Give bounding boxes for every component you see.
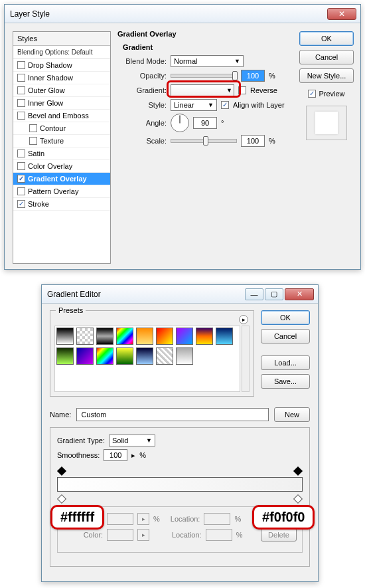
style-row-gradient-overlay[interactable]: Gradient Overlay (13, 173, 110, 185)
style-checkbox[interactable] (17, 162, 25, 170)
preset-swatch[interactable] (76, 347, 94, 365)
style-label: Bevel and Emboss (28, 112, 89, 120)
close-icon[interactable]: ✕ (285, 288, 314, 300)
preset-swatch[interactable] (56, 347, 74, 365)
new-style-button[interactable]: New Style... (299, 68, 354, 83)
layer-style-titlebar[interactable]: Layer Style ✕ (5, 5, 360, 23)
smoothness-value[interactable]: 100 (104, 449, 127, 461)
style-checkbox[interactable] (17, 74, 25, 82)
preset-swatch[interactable] (156, 347, 173, 365)
gradient-style-select[interactable]: Linear ▼ (171, 99, 217, 111)
gradient-label: Gradient: (123, 86, 167, 94)
angle-value[interactable]: 90 (193, 117, 217, 129)
style-row-drop-shadow[interactable]: Drop Shadow (13, 59, 110, 72)
blend-mode-select[interactable]: Normal ▼ (171, 55, 244, 67)
cancel-button[interactable]: Cancel (261, 329, 310, 343)
gradient-picker[interactable]: ▼ (171, 84, 234, 96)
style-label: Gradient Overlay (28, 175, 87, 183)
stop-opacity-value (107, 513, 133, 525)
preview-checkbox[interactable] (308, 90, 316, 98)
style-row-inner-shadow[interactable]: Inner Shadow (13, 72, 110, 84)
load-button[interactable]: Load... (261, 355, 310, 370)
scrollbar[interactable] (242, 326, 250, 392)
style-row-bevel-and-emboss[interactable]: Bevel and Emboss (13, 110, 110, 122)
name-input[interactable]: Custom (76, 408, 269, 421)
ok-button[interactable]: OK (261, 310, 310, 325)
preset-swatch[interactable] (96, 347, 113, 365)
preset-swatch[interactable] (176, 328, 193, 345)
style-row-satin[interactable]: Satin (13, 147, 110, 160)
style-label: Texture (40, 137, 64, 145)
style-row-outer-glow[interactable]: Outer Glow (13, 84, 110, 97)
preset-swatch[interactable] (56, 328, 74, 345)
style-label: Stroke (28, 200, 49, 208)
preset-swatch[interactable] (176, 347, 193, 365)
chevron-down-icon: ▼ (146, 437, 152, 444)
preset-swatch[interactable] (156, 328, 173, 345)
close-icon[interactable]: ✕ (327, 8, 356, 20)
scale-value[interactable]: 100 (241, 135, 265, 147)
preview-label: Preview (319, 90, 344, 98)
preset-swatch[interactable] (96, 328, 113, 345)
style-checkbox[interactable] (17, 86, 25, 94)
style-checkbox[interactable] (17, 99, 25, 107)
style-checkbox[interactable] (17, 175, 25, 183)
style-checkbox[interactable] (29, 137, 37, 145)
gradient-legend: Gradient (123, 43, 291, 51)
opacity-value[interactable]: 100 (241, 70, 265, 82)
presets-menu-icon[interactable]: ▸ (239, 315, 248, 324)
angle-dial[interactable] (171, 114, 189, 132)
style-checkbox[interactable] (17, 149, 25, 157)
ok-button[interactable]: OK (299, 31, 354, 46)
style-checkbox[interactable] (17, 187, 25, 195)
preset-swatch[interactable] (136, 347, 153, 365)
style-row-inner-glow[interactable]: Inner Glow (13, 97, 110, 110)
style-label: Outer Glow (28, 86, 65, 94)
style-label: Color Overlay (28, 162, 72, 170)
style-label: Drop Shadow (28, 61, 72, 69)
preset-swatch[interactable] (196, 328, 213, 345)
align-checkbox[interactable] (221, 101, 229, 109)
opacity-stop-left[interactable] (57, 466, 66, 476)
opacity-slider[interactable] (171, 74, 237, 78)
preview-toggle[interactable]: Preview (299, 90, 354, 98)
style-checkbox[interactable] (17, 61, 25, 69)
style-checkbox[interactable] (29, 124, 37, 132)
blending-options-row[interactable]: Blending Options: Default (13, 46, 110, 59)
save-button[interactable]: Save... (261, 374, 310, 389)
style-row-pattern-overlay[interactable]: Pattern Overlay (13, 185, 110, 198)
gradient-bar[interactable] (57, 469, 303, 501)
style-row-contour[interactable]: Contour (13, 122, 110, 135)
minimize-icon[interactable]: — (245, 288, 263, 300)
stop-location-label2: Location: (172, 531, 202, 539)
style-row-stroke[interactable]: Stroke (13, 198, 110, 211)
maximize-icon[interactable]: ▢ (265, 288, 283, 300)
style-checkbox[interactable] (17, 112, 25, 120)
gradient-editor-titlebar[interactable]: Gradient Editor — ▢ ✕ (42, 285, 318, 304)
presets-grid[interactable] (54, 326, 240, 392)
preset-swatch[interactable] (116, 328, 133, 345)
color-stop-right[interactable] (293, 494, 303, 504)
gradient-type-select[interactable]: Solid ▼ (109, 435, 155, 446)
style-row-texture[interactable]: Texture (13, 135, 110, 147)
new-button[interactable]: New (274, 407, 310, 422)
styles-header[interactable]: Styles (13, 32, 110, 46)
opacity-label: Opacity: (123, 72, 167, 80)
gradient-fieldset: Gradient Blend Mode: Normal ▼ Opacity: 1… (117, 39, 297, 153)
preset-swatch[interactable] (216, 328, 233, 345)
opacity-stop-right[interactable] (293, 466, 303, 476)
color-stop-left[interactable] (57, 494, 66, 504)
preset-swatch[interactable] (116, 347, 133, 365)
panel-title: Gradient Overlay (117, 30, 297, 38)
preset-swatch[interactable] (136, 328, 153, 345)
reverse-checkbox[interactable] (238, 86, 246, 94)
scale-slider[interactable] (171, 139, 237, 143)
annotation-right-hex: #f0f0f0 (252, 505, 315, 530)
cancel-button[interactable]: Cancel (299, 50, 354, 64)
scale-label: Scale: (123, 137, 167, 145)
style-row-color-overlay[interactable]: Color Overlay (13, 160, 110, 173)
style-label: Contour (40, 124, 66, 132)
preset-swatch[interactable] (76, 328, 94, 345)
style-checkbox[interactable] (17, 200, 25, 208)
smoothness-stepper[interactable]: ▸ (131, 451, 135, 460)
